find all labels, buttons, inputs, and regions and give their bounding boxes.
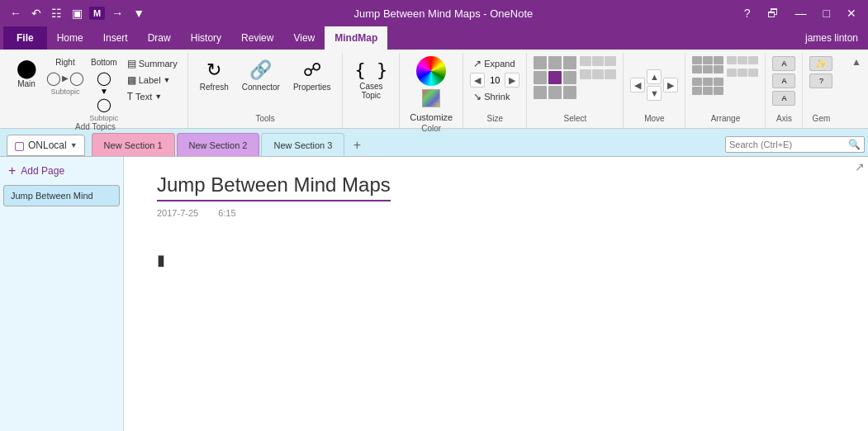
select-label: Select [534,114,616,125]
color-square[interactable] [422,89,440,107]
menu-view[interactable]: View [283,26,325,50]
size-left-btn[interactable]: ◀ [470,73,485,88]
arrange-grid-1[interactable] [692,56,723,73]
help-button[interactable]: ? [739,5,756,21]
section-tab-1[interactable]: New Section 1 [92,133,175,156]
arrange-btn-2[interactable] [738,56,747,64]
ribbon-group-cases: { } CasesTopic [343,53,400,128]
summary-button[interactable]: ▤ Summary [124,56,181,71]
text-cursor: ▮ [157,251,835,269]
mindmap-ribbon-icon[interactable]: M [89,7,105,20]
menu-draw[interactable]: Draw [138,26,181,50]
summary-label-text-group: ▤ Summary ▩ Label ▼ T Text ▼ [124,56,181,104]
notebook-selector[interactable]: ▢ ONLocal ▼ [7,135,85,156]
menu-insert[interactable]: Insert [93,26,138,50]
ribbon-collapse-btn[interactable]: ▲ [848,53,865,128]
subtopic-right-label: Subtopic [50,88,79,96]
search-icon[interactable]: 🔍 [848,139,861,150]
menu-mindmap[interactable]: MindMap [325,26,387,50]
more-icon[interactable]: ▼ [130,5,148,21]
customize-button[interactable]: Customize [406,111,456,124]
size-value: 10 [486,75,503,85]
expand-button[interactable]: ↗ [855,160,865,173]
axis-btn-1[interactable]: A [772,56,795,71]
page-item[interactable]: Jump Between Mind [3,185,120,206]
user-label: james linton [805,26,865,50]
search-input[interactable] [729,140,845,149]
gem-btn-2[interactable]: ? [809,73,832,88]
add-topics-label: Add Topics [10,122,181,133]
move-label: Move [630,114,678,125]
move-left-button[interactable]: ◀ [630,78,645,92]
section-tab-2[interactable]: New Section 2 [177,133,260,156]
forward-icon[interactable]: → [108,5,126,21]
color-controls: Customize [406,56,456,124]
connector-button[interactable]: 🔗 Connector [237,56,285,95]
back-icon[interactable]: ← [7,5,25,21]
main-button[interactable]: ⬤ Main [10,56,43,92]
ribbon: ⬤ Main Right ◯ ▶ ◯ Subtopic Bottom [0,50,868,129]
menu-review[interactable]: Review [231,26,283,50]
cases-topic-button[interactable]: { } CasesTopic [349,56,392,103]
close-button[interactable]: ✕ [842,5,861,21]
arrange-side [727,56,758,77]
select-extra [580,56,616,79]
arrange-btn-4[interactable] [727,69,737,77]
axis-label: Axis [772,114,795,125]
arrange-btn-1[interactable] [727,56,737,64]
shrink-button[interactable]: ↘ Shrink [470,89,519,104]
title-bar: ← ↶ ☷ ▣ M → ▼ Jump Between Mind Maps - O… [0,0,868,26]
window-title: Jump Between Mind Maps - OneNote [148,7,739,20]
cases-label [349,123,392,125]
title-bar-controls-left: ← ↶ ☷ ▣ M → ▼ [7,5,148,21]
size-right-btn[interactable]: ▶ [505,73,519,88]
color-wheel[interactable] [416,56,446,86]
color-label: Color [406,124,456,135]
section-tab-3[interactable]: New Section 3 [261,133,344,156]
menu-history[interactable]: History [181,26,231,50]
gem-label: Gem [809,114,832,125]
menu-home[interactable]: Home [47,26,93,50]
ribbon-group-gem: ✨ ? Gem [803,53,839,128]
move-down-button[interactable]: ▼ [647,86,662,101]
ribbon-group-arrange: Arrange [685,53,766,128]
arrange-btn-6[interactable] [748,69,758,77]
bottom-subtopic-group[interactable]: Bottom ◯ ▼ ◯ Subtopic [88,56,121,122]
arrange-label: Arrange [692,114,758,125]
add-section-button[interactable]: + [346,135,368,156]
restore-button[interactable]: 🗗 [762,5,784,21]
undo-icon[interactable]: ↶ [28,5,45,21]
maximize-button[interactable]: □ [818,5,835,21]
axis-btn-3[interactable]: A [772,91,795,106]
arrange-btn-5[interactable] [738,69,747,77]
ribbon-group-select: Select [527,53,624,128]
sections-icon[interactable]: ☷ [48,5,65,21]
tools-label: Tools [195,114,336,125]
label-button[interactable]: ▩ Label ▼ [124,73,181,88]
sidebar: + Add Page Jump Between Mind [0,157,124,431]
minimize-button[interactable]: — [790,5,812,21]
axis-btn-2[interactable]: A [772,73,795,88]
add-page-button[interactable]: + Add Page [3,160,120,182]
menu-file[interactable]: File [3,26,47,50]
axis-controls: A A A [772,56,795,106]
bottom-label: Bottom [88,56,121,69]
search-box: 🔍 [725,136,865,153]
gem-btn-1[interactable]: ✨ [809,56,832,71]
arrange-btn-3[interactable] [748,56,758,64]
content-area[interactable]: ↗ Jump Between Mind Maps 2017-7-25 6:15 … [124,157,868,431]
move-right-button[interactable]: ▶ [663,78,678,92]
page-title: Jump Between Mind Maps [157,173,391,201]
expand-button[interactable]: ↗ Expand [470,56,519,71]
arrange-grid-2[interactable] [692,78,723,95]
move-up-button[interactable]: ▲ [647,69,662,84]
menu-bar: File Home Insert Draw History Review Vie… [0,26,868,50]
page-time: 6:15 [218,208,235,218]
right-subtopic-group[interactable]: Right ◯ ▶ ◯ Subtopic [46,56,84,96]
select-grid[interactable] [534,56,576,99]
pages-icon[interactable]: ▣ [69,5,86,21]
properties-button[interactable]: ☍ Properties [288,56,336,95]
text-button[interactable]: T Text ▼ [124,89,181,104]
refresh-button[interactable]: ↻ Refresh [195,56,234,95]
main-area: + Add Page Jump Between Mind ↗ Jump Betw… [0,157,868,431]
